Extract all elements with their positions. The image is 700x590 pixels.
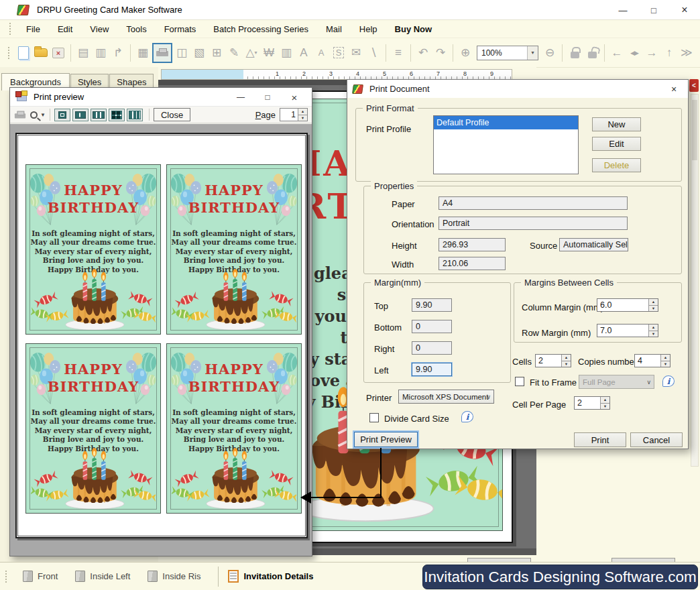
move-left-icon[interactable]: ←: [608, 44, 626, 62]
copy-icon[interactable]: ◫: [173, 44, 190, 62]
save-as-icon[interactable]: ▥: [92, 44, 109, 62]
add-image-icon[interactable]: ⊞: [208, 44, 225, 62]
row-margin-stepper[interactable]: 7.0 ▲▼: [597, 324, 658, 337]
menu-batch-processing[interactable]: Batch Processing Series: [205, 21, 317, 38]
column-margin-down[interactable]: ▼: [649, 306, 658, 312]
scrollbar-thumb[interactable]: [692, 100, 697, 160]
menu-tools[interactable]: Tools: [117, 21, 155, 38]
preview-zoom-icon[interactable]: ▼: [30, 111, 46, 119]
copies-down[interactable]: ▼: [661, 361, 670, 367]
printer-select[interactable]: Microsoft XPS Document ∨: [398, 390, 494, 404]
cancel-button[interactable]: Cancel: [630, 432, 683, 447]
side-front-button[interactable]: Front: [23, 571, 58, 582]
undo-icon[interactable]: ↶: [414, 44, 432, 62]
menu-buy-now[interactable]: Buy Now: [386, 21, 441, 38]
six-page-layout-button[interactable]: [127, 109, 143, 121]
mail-icon[interactable]: ✉: [347, 44, 365, 62]
margin-right-field[interactable]: 0: [412, 341, 452, 355]
text-document-icon[interactable]: A: [312, 44, 330, 62]
copies-number-stepper[interactable]: 4 ▲▼: [634, 354, 670, 367]
maximize-button[interactable]: □: [638, 0, 669, 20]
print-preview-icon[interactable]: ▦: [134, 44, 152, 62]
line-tool-icon[interactable]: ∖: [365, 44, 382, 62]
cut-page-icon[interactable]: ▧: [190, 44, 208, 62]
barcode-icon[interactable]: ▥: [278, 44, 295, 62]
zoom-out-icon[interactable]: ⊖: [541, 44, 559, 62]
save-icon[interactable]: ▤: [74, 44, 92, 62]
profile-list-item-selected[interactable]: Default Profile: [434, 116, 578, 129]
fit-to-frame-checkbox[interactable]: [515, 377, 524, 386]
selection-icon[interactable]: S: [330, 44, 347, 62]
print-button[interactable]: Print: [574, 432, 626, 447]
close-button[interactable]: ×: [669, 0, 700, 20]
cpp-up[interactable]: ▲: [601, 397, 609, 404]
preview-close-button[interactable]: ×: [285, 91, 304, 104]
cell-per-page-stepper[interactable]: 2 ▲▼: [574, 396, 610, 410]
orientation-field[interactable]: Portrait: [439, 217, 628, 230]
one-page-layout-button[interactable]: [54, 109, 70, 121]
width-field[interactable]: 210.06: [439, 257, 506, 270]
close-document-icon[interactable]: ×: [50, 44, 67, 62]
flip-horizontal-icon[interactable]: ◀▶: [626, 44, 643, 62]
print-preview-button[interactable]: Print Preview: [354, 432, 418, 447]
menu-formats[interactable]: Formats: [156, 21, 205, 38]
shapes-icon[interactable]: △▾: [243, 44, 260, 62]
scroll-left-chevron[interactable]: <: [689, 79, 699, 92]
menu-mail[interactable]: Mail: [317, 21, 351, 38]
new-profile-button[interactable]: New: [592, 117, 641, 131]
preview-maximize-button[interactable]: □: [258, 91, 277, 104]
three-page-layout-button[interactable]: [91, 109, 107, 121]
invitation-details-button[interactable]: Invitation Details: [228, 570, 313, 583]
edit-profile-button[interactable]: Edit: [592, 137, 641, 151]
move-up-icon[interactable]: ↑: [660, 44, 678, 62]
copies-up[interactable]: ▲: [661, 355, 670, 361]
order-icon[interactable]: ≫: [678, 44, 695, 62]
side-inside-right-button[interactable]: Inside Ris: [148, 571, 200, 582]
zoom-level-select[interactable]: 100% ▾: [477, 46, 538, 60]
page-down-arrow[interactable]: ▼: [298, 115, 307, 121]
menu-view[interactable]: View: [81, 21, 117, 38]
lock-icon[interactable]: [566, 44, 583, 62]
export-icon[interactable]: ↱: [109, 44, 127, 62]
zoom-in-icon[interactable]: ⊕: [457, 44, 474, 62]
page-number-stepper[interactable]: 1 ▲▼: [280, 108, 308, 121]
unlock-icon[interactable]: [583, 44, 601, 62]
menu-file[interactable]: File: [17, 21, 49, 38]
margin-top-field[interactable]: 9.90: [412, 298, 452, 312]
vertical-scrollbar[interactable]: [691, 94, 699, 467]
divide-info-icon[interactable]: i: [461, 411, 473, 422]
move-right-icon[interactable]: →: [643, 44, 660, 62]
row-margin-down[interactable]: ▼: [649, 331, 658, 337]
column-margin-up[interactable]: ▲: [649, 299, 658, 306]
open-file-icon[interactable]: [32, 44, 50, 62]
move-down-icon[interactable]: ↓: [695, 44, 700, 62]
print-icon-highlighted[interactable]: [152, 43, 172, 63]
pen-icon[interactable]: ✎: [225, 44, 243, 62]
paper-field[interactable]: A4: [439, 196, 628, 210]
page-up-arrow[interactable]: ▲: [298, 109, 307, 115]
two-page-layout-button[interactable]: [72, 109, 89, 121]
new-document-icon[interactable]: [15, 44, 32, 62]
preview-close-toolbar-button[interactable]: Close: [154, 108, 190, 121]
preview-print-icon[interactable]: [14, 111, 26, 119]
zoom-caret-icon[interactable]: ▾: [527, 46, 538, 60]
minimize-button[interactable]: —: [607, 0, 638, 20]
text-icon[interactable]: A: [295, 44, 312, 62]
height-field[interactable]: 296.93: [439, 238, 506, 251]
cells-up[interactable]: ▲: [562, 355, 571, 361]
dialog-close-button[interactable]: ×: [665, 82, 683, 96]
column-margin-stepper[interactable]: 6.0 ▲▼: [597, 298, 658, 312]
cpp-down[interactable]: ▼: [601, 404, 609, 410]
divide-card-size-checkbox[interactable]: [369, 413, 379, 422]
database-icon[interactable]: ≡: [390, 44, 407, 62]
menu-edit[interactable]: Edit: [49, 21, 81, 38]
print-profile-listbox[interactable]: Default Profile: [433, 115, 579, 174]
menu-help[interactable]: Help: [351, 21, 386, 38]
source-field[interactable]: Automatically Select: [559, 238, 628, 251]
cells-down[interactable]: ▼: [562, 361, 571, 367]
redo-icon[interactable]: ↷: [432, 44, 449, 62]
watermark-icon[interactable]: ₩: [260, 44, 278, 62]
preview-minimize-button[interactable]: —: [231, 91, 250, 104]
margin-left-field[interactable]: 9.90: [412, 363, 452, 376]
cells-stepper[interactable]: 2 ▲▼: [535, 354, 571, 367]
